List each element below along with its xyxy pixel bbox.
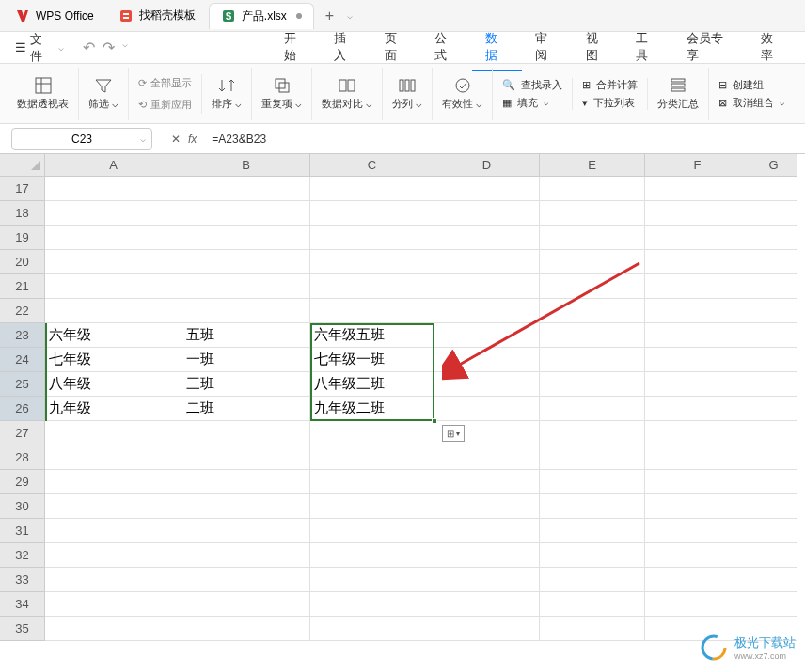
- row-header-31[interactable]: 31: [0, 519, 45, 543]
- cell-B29[interactable]: [182, 470, 310, 494]
- duplicates-button[interactable]: 重复项 ⌵: [252, 68, 312, 120]
- cell-E34[interactable]: [540, 592, 645, 617]
- cell-G21[interactable]: [750, 274, 797, 299]
- cell-A24[interactable]: 七年级: [45, 348, 182, 372]
- cell-E30[interactable]: [540, 494, 645, 519]
- validation-button[interactable]: 有效性 ⌵: [433, 68, 493, 120]
- cell-G23[interactable]: [750, 323, 797, 348]
- cell-B33[interactable]: [182, 568, 310, 592]
- cell-D18[interactable]: [434, 201, 540, 226]
- cancel-formula-icon[interactable]: ✕: [171, 133, 181, 146]
- row-header-19[interactable]: 19: [0, 226, 45, 250]
- cell-A31[interactable]: [45, 519, 182, 543]
- cell-F34[interactable]: [645, 592, 750, 617]
- column-header-D[interactable]: D: [434, 154, 540, 177]
- cell-B32[interactable]: [182, 543, 310, 568]
- cell-E17[interactable]: [540, 177, 645, 201]
- cell-F28[interactable]: [645, 445, 750, 470]
- fill-button[interactable]: ▦ 填充 ⌵: [502, 96, 562, 110]
- formula-input[interactable]: =A23&B23: [204, 133, 805, 146]
- filter-button[interactable]: 筛选 ⌵: [79, 68, 129, 120]
- cell-C18[interactable]: [310, 201, 434, 226]
- cell-D26[interactable]: [434, 397, 540, 421]
- cell-F33[interactable]: [645, 568, 750, 592]
- column-header-A[interactable]: A: [45, 154, 182, 177]
- cell-E25[interactable]: [540, 372, 645, 397]
- template-tab[interactable]: 找稻壳模板: [107, 3, 207, 29]
- cell-D28[interactable]: [434, 445, 540, 470]
- row-header-24[interactable]: 24: [0, 348, 45, 372]
- cell-F17[interactable]: [645, 177, 750, 201]
- cell-C27[interactable]: [310, 421, 434, 445]
- cell-F21[interactable]: [645, 274, 750, 299]
- cell-E24[interactable]: [540, 348, 645, 372]
- cell-F26[interactable]: [645, 397, 750, 421]
- column-header-C[interactable]: C: [310, 154, 434, 177]
- cell-E32[interactable]: [540, 543, 645, 568]
- row-header-25[interactable]: 25: [0, 372, 45, 397]
- cell-D34[interactable]: [434, 592, 540, 617]
- cell-F23[interactable]: [645, 323, 750, 348]
- row-header-17[interactable]: 17: [0, 177, 45, 201]
- app-tab[interactable]: WPS Office: [4, 3, 105, 29]
- menu-tab-8[interactable]: 会员专享: [673, 24, 748, 71]
- cell-C23[interactable]: 六年级五班: [310, 323, 434, 348]
- reapply-button[interactable]: ⟲ 重新应用: [138, 96, 192, 114]
- cell-A19[interactable]: [45, 226, 182, 250]
- cell-G26[interactable]: [750, 397, 797, 421]
- cell-B24[interactable]: 一班: [182, 348, 310, 372]
- cell-G31[interactable]: [750, 519, 797, 543]
- cell-C26[interactable]: 九年级二班: [310, 397, 434, 421]
- cell-F29[interactable]: [645, 470, 750, 494]
- cell-F19[interactable]: [645, 226, 750, 250]
- row-header-33[interactable]: 33: [0, 568, 45, 592]
- cell-G28[interactable]: [750, 445, 797, 470]
- cell-E33[interactable]: [540, 568, 645, 592]
- cell-G30[interactable]: [750, 494, 797, 519]
- column-header-E[interactable]: E: [540, 154, 645, 177]
- cell-A29[interactable]: [45, 470, 182, 494]
- cell-E18[interactable]: [540, 201, 645, 226]
- cell-G27[interactable]: [750, 421, 797, 445]
- cell-G34[interactable]: [750, 592, 797, 617]
- cell-D23[interactable]: [434, 323, 540, 348]
- cell-A17[interactable]: [45, 177, 182, 201]
- cell-F30[interactable]: [645, 494, 750, 519]
- cell-G17[interactable]: [750, 177, 797, 201]
- cell-B20[interactable]: [182, 250, 310, 274]
- cell-B30[interactable]: [182, 494, 310, 519]
- cell-F24[interactable]: [645, 348, 750, 372]
- cell-B35[interactable]: [182, 617, 310, 641]
- column-header-G[interactable]: G: [750, 154, 797, 177]
- cell-F31[interactable]: [645, 519, 750, 543]
- cell-B18[interactable]: [182, 201, 310, 226]
- subtotal-button[interactable]: 分类汇总: [648, 68, 709, 120]
- cell-C28[interactable]: [310, 445, 434, 470]
- cell-A30[interactable]: [45, 494, 182, 519]
- cell-A27[interactable]: [45, 421, 182, 445]
- cell-G20[interactable]: [750, 250, 797, 274]
- row-header-26[interactable]: 26: [0, 397, 45, 421]
- cell-F22[interactable]: [645, 299, 750, 323]
- cell-B27[interactable]: [182, 421, 310, 445]
- cell-B31[interactable]: [182, 519, 310, 543]
- cell-C35[interactable]: [310, 617, 434, 641]
- cell-D19[interactable]: [434, 226, 540, 250]
- cell-C21[interactable]: [310, 274, 434, 299]
- cell-A35[interactable]: [45, 617, 182, 641]
- find-input-button[interactable]: 🔍 查找录入: [502, 78, 562, 92]
- cell-D29[interactable]: [434, 470, 540, 494]
- name-box[interactable]: C23 ⌵: [11, 128, 152, 150]
- menu-tab-2[interactable]: 页面: [371, 24, 422, 71]
- cell-C30[interactable]: [310, 494, 434, 519]
- cell-A23[interactable]: 六年级: [45, 323, 182, 348]
- menu-tab-0[interactable]: 开始: [271, 24, 322, 71]
- select-all-corner[interactable]: [0, 154, 45, 177]
- row-header-21[interactable]: 21: [0, 274, 45, 299]
- row-header-18[interactable]: 18: [0, 201, 45, 226]
- cell-D22[interactable]: [434, 299, 540, 323]
- cell-F18[interactable]: [645, 201, 750, 226]
- cell-E20[interactable]: [540, 250, 645, 274]
- row-header-34[interactable]: 34: [0, 592, 45, 617]
- cell-D25[interactable]: [434, 372, 540, 397]
